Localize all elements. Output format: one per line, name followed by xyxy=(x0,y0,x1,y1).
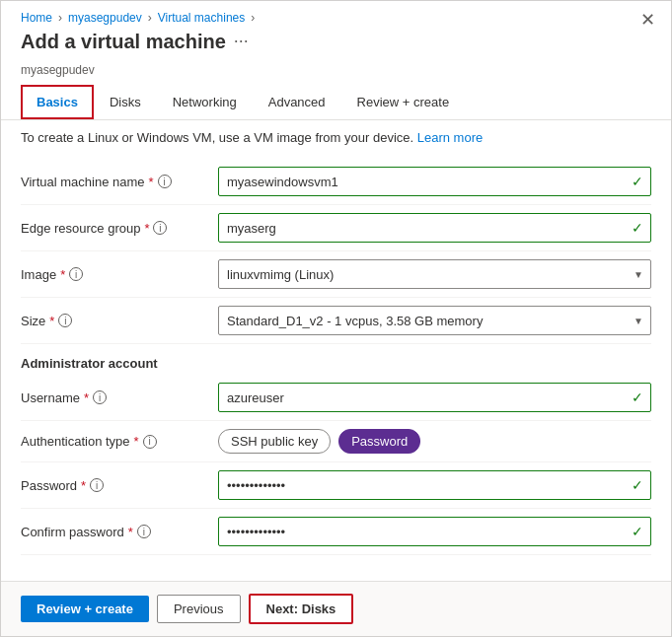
breadcrumb-sep-1: › xyxy=(58,11,62,25)
edge-rg-label: Edge resource group * i xyxy=(21,221,218,236)
required-marker-auth: * xyxy=(134,434,139,449)
auth-type-control: SSH public key Password xyxy=(218,429,651,454)
size-info-icon[interactable]: i xyxy=(58,314,72,327)
username-input[interactable] xyxy=(218,383,651,412)
breadcrumb-sep-3: › xyxy=(251,11,255,25)
image-label: Image * i xyxy=(21,267,218,282)
edge-rg-input[interactable] xyxy=(218,213,651,243)
breadcrumb-home[interactable]: Home xyxy=(21,11,52,25)
tab-networking[interactable]: Networking xyxy=(157,85,253,119)
auth-type-label: Authentication type * i xyxy=(21,434,218,449)
vm-name-control: ✓ xyxy=(218,167,651,196)
confirm-password-check-icon: ✓ xyxy=(632,524,643,539)
password-check-icon: ✓ xyxy=(632,477,643,493)
previous-button[interactable]: Previous xyxy=(157,595,241,623)
confirm-password-input[interactable] xyxy=(218,517,651,546)
confirm-password-label: Confirm password * i xyxy=(21,525,218,539)
auth-type-info-icon[interactable]: i xyxy=(143,435,157,449)
username-control: ✓ xyxy=(218,383,651,412)
auth-type-row: Authentication type * i SSH public key P… xyxy=(21,421,651,462)
edge-rg-row: Edge resource group * i ✓ xyxy=(21,205,651,251)
image-row: Image * i linuxvmimg (Linux) ▼ xyxy=(21,251,651,298)
tab-disks[interactable]: Disks xyxy=(94,85,157,119)
edge-rg-control: ✓ xyxy=(218,213,651,243)
required-marker-img: * xyxy=(60,267,65,282)
vm-name-info-icon[interactable]: i xyxy=(158,175,172,188)
vm-name-check-icon: ✓ xyxy=(632,174,643,189)
password-input[interactable] xyxy=(218,470,651,500)
auth-toggle: SSH public key Password xyxy=(218,429,651,454)
edge-rg-check-icon: ✓ xyxy=(632,220,643,236)
required-marker-size: * xyxy=(49,314,54,328)
admin-section-header: Administrator account xyxy=(21,344,651,375)
tab-basics[interactable]: Basics xyxy=(21,85,94,119)
username-info-icon[interactable]: i xyxy=(93,390,107,404)
ssh-key-button[interactable]: SSH public key xyxy=(218,429,331,454)
username-check-icon: ✓ xyxy=(632,389,643,405)
required-marker-user: * xyxy=(84,390,89,405)
password-control: ✓ xyxy=(218,470,651,500)
vm-name-label: Virtual machine name * i xyxy=(21,175,218,189)
title-area: Add a virtual machine ··· xyxy=(1,29,671,63)
username-row: Username * i ✓ xyxy=(21,375,651,421)
size-select-wrapper: Standard_D1_v2 - 1 vcpus, 3.58 GB memory… xyxy=(218,306,651,335)
learn-more-link[interactable]: Learn more xyxy=(417,130,483,145)
username-label: Username * i xyxy=(21,390,218,405)
breadcrumb-vms[interactable]: Virtual machines xyxy=(158,11,246,25)
info-bar: To create a Linux or Windows VM, use a V… xyxy=(1,120,671,155)
password-label: Password * i xyxy=(21,478,218,493)
vm-name-row: Virtual machine name * i ✓ xyxy=(21,159,651,205)
image-info-icon[interactable]: i xyxy=(69,267,83,281)
footer: Review + create Previous Next: Disks xyxy=(1,581,671,636)
breadcrumb-myaseg[interactable]: myasegpudev xyxy=(68,11,142,25)
password-row: Password * i ✓ xyxy=(21,462,651,509)
more-options-button[interactable]: ··· xyxy=(234,31,249,51)
required-marker-pwd: * xyxy=(81,478,86,493)
image-select[interactable]: linuxvmimg (Linux) xyxy=(218,259,651,289)
main-panel: Home › myasegpudev › Virtual machines › … xyxy=(0,0,672,637)
subtitle: myasegpudev xyxy=(1,63,671,85)
required-marker: * xyxy=(149,175,154,189)
close-button[interactable]: ✕ xyxy=(640,11,655,29)
password-button[interactable]: Password xyxy=(338,429,420,454)
confirm-password-row: Confirm password * i ✓ xyxy=(21,509,651,555)
confirm-password-control: ✓ xyxy=(218,517,651,546)
confirm-password-info-icon[interactable]: i xyxy=(137,525,151,538)
breadcrumb: Home › myasegpudev › Virtual machines › xyxy=(1,1,671,29)
breadcrumb-sep-2: › xyxy=(148,11,152,25)
size-select[interactable]: Standard_D1_v2 - 1 vcpus, 3.58 GB memory xyxy=(218,306,651,335)
tab-advanced[interactable]: Advanced xyxy=(253,85,341,119)
vm-name-input[interactable] xyxy=(218,167,651,196)
size-label: Size * i xyxy=(21,314,218,328)
edge-rg-info-icon[interactable]: i xyxy=(153,221,167,235)
image-select-wrapper: linuxvmimg (Linux) ▼ xyxy=(218,259,651,289)
info-text: To create a Linux or Windows VM, use a V… xyxy=(21,130,413,145)
review-create-button[interactable]: Review + create xyxy=(21,596,149,622)
next-disks-button[interactable]: Next: Disks xyxy=(249,594,354,624)
form-area: Virtual machine name * i ✓ Edge resource… xyxy=(1,155,671,581)
page-title: Add a virtual machine xyxy=(21,31,226,53)
tab-review-create[interactable]: Review + create xyxy=(341,85,466,119)
tabs-bar: Basics Disks Networking Advanced Review … xyxy=(1,85,671,120)
size-row: Size * i Standard_D1_v2 - 1 vcpus, 3.58 … xyxy=(21,298,651,344)
required-marker-cpwd: * xyxy=(128,525,133,539)
required-marker-rg: * xyxy=(144,221,149,236)
password-info-icon[interactable]: i xyxy=(90,478,104,492)
